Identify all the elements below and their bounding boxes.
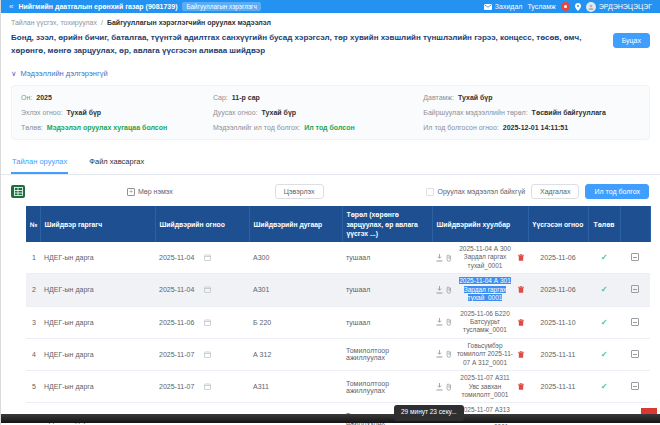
field-frequency: Давтамж: Тухай бүр [423, 94, 640, 101]
download-button[interactable] [436, 350, 443, 358]
details-accordion-header[interactable]: ∨ Мэдээллийн дэлгэрэнгүй [1, 57, 660, 78]
file-name-selected[interactable]: 2025-11-04 А 301 Зардал гаргах тухай_000… [455, 277, 515, 302]
paperclip-icon [446, 286, 452, 294]
download-icon [436, 318, 443, 326]
breadcrumb-parent[interactable]: Тайлан үүсгэх, тохируулах [11, 19, 97, 26]
calendar-icon [204, 383, 211, 390]
download-button[interactable] [436, 286, 443, 294]
delete-file-button[interactable] [518, 286, 524, 293]
archive-button[interactable] [631, 253, 639, 261]
archive-button[interactable] [631, 350, 639, 358]
decision-number-cell[interactable]: А311 [249, 371, 342, 403]
archive-button[interactable] [631, 382, 639, 390]
role-badge: Байгууллагын хэрэглэгч [182, 2, 260, 11]
trash-icon [518, 351, 524, 358]
paperclip-icon [446, 318, 452, 326]
delete-file-button[interactable] [518, 319, 524, 326]
decision-maker-cell[interactable]: НДЕГ-ын дарга [40, 274, 155, 306]
decision-date-cell[interactable]: 2025-11-04 [159, 286, 245, 293]
excel-export-button[interactable] [11, 185, 25, 198]
add-row-label: Мөр нэмэх [138, 188, 173, 195]
decision-number-cell[interactable]: А 312 [249, 338, 342, 370]
page-title: Бонд, зээл, өрийн бичиг, баталгаа, түүнт… [11, 31, 605, 57]
file-name[interactable]: Говьсүмбэр томилолт 2025-11-07 А 312_000… [455, 342, 515, 367]
table-header-row: № Шийдвэр гаргагч Шийдвэрийн огноо Шийдв… [26, 206, 650, 242]
file-name[interactable]: 2025-11-04 А 300 Зардал гаргах тухай_000… [455, 245, 515, 270]
decision-maker-cell[interactable]: НДЕГ-ын дарга [40, 306, 155, 338]
check-icon: ✓ [601, 253, 608, 262]
decision-date-cell[interactable]: 2025-11-06 [159, 319, 245, 326]
save-button[interactable]: Хадгалах [531, 184, 579, 199]
table-row: 5 НДЕГ-ын дарга 2025-11-07 А311 Томилолт… [26, 371, 650, 403]
sidebar-collapse-icon[interactable]: « [9, 2, 13, 11]
notification-icon[interactable] [561, 2, 570, 11]
type-cell[interactable]: Томилолтоор ажиллуулах [342, 371, 432, 403]
breadcrumb-separator: / [101, 19, 103, 26]
location-pin-icon[interactable] [575, 3, 581, 11]
breadcrumb: Тайлан үүсгэх, тохируулах / Байгууллагын… [1, 13, 660, 26]
decision-number-cell[interactable]: А300 [249, 242, 342, 274]
table-row: 2 НДЕГ-ын дарга 2025-11-04 А301 тушаал 2… [26, 274, 650, 306]
col-no: № [26, 206, 40, 242]
field-status: Төлөв: Мэдээлэл оруулах хугацаа болсон [21, 124, 213, 131]
help-label: Тусламж [527, 3, 555, 10]
col-decision-date: Шийдвэрийн огноо [155, 206, 249, 242]
no-data-checkbox[interactable] [426, 188, 434, 196]
download-icon [436, 286, 443, 294]
delete-file-button[interactable] [518, 254, 524, 261]
decision-date-cell[interactable]: 2025-11-04 [159, 254, 245, 261]
field-publish-status: Мэдээллийг ил тод болгох: Ил тод болсон [213, 124, 423, 131]
file-cell: 2025-11-07 А311 Увс завхан томилолт_0001 [436, 374, 524, 399]
calendar-icon [204, 319, 211, 326]
breadcrumb-current: Байгууллагын хэрэглэгчийн оруулах мэдээл… [107, 19, 271, 26]
download-button[interactable] [436, 318, 443, 326]
download-button[interactable] [436, 254, 443, 262]
field-published-date: Ил тод болгосон огноо: 2025-12-01 14:11:… [423, 124, 640, 131]
mail-link[interactable]: Захидал [484, 3, 523, 10]
tab-attach-file[interactable]: Файл хавсаргах [88, 152, 145, 174]
session-timer-tooltip: 29 минут 23 секу... [394, 405, 464, 421]
archive-box-icon [631, 350, 639, 358]
type-cell[interactable]: тушаал [342, 306, 432, 338]
field-end-date: Дуусах огноо: Тухай бүр [213, 109, 423, 116]
title-row: Бонд, зээл, өрийн бичиг, баталгаа, түүнт… [1, 26, 660, 57]
download-button[interactable] [436, 383, 443, 391]
type-cell[interactable]: Томилолтоор ажиллуулах [342, 338, 432, 370]
delete-file-button[interactable] [518, 351, 524, 358]
archive-button[interactable] [631, 285, 639, 293]
col-decision-copy: Шийдвэрийн хуулбар [432, 206, 528, 242]
decision-maker-cell[interactable]: НДЕГ-ын дарга [40, 338, 155, 370]
publish-button[interactable]: Ил тод болгох [585, 184, 649, 199]
no-data-checkbox-wrap: Оруулах мэдээлэл байхгүй [426, 188, 526, 196]
clear-button[interactable]: Цэвэрлэх [275, 184, 324, 199]
decision-number-cell[interactable]: А301 [249, 274, 342, 306]
archive-button[interactable] [631, 318, 639, 326]
add-row-button[interactable]: + Мөр нэмэх [127, 188, 173, 196]
paperclip-icon [446, 350, 452, 358]
plus-icon: + [127, 188, 135, 196]
app-window: « Нийгмийн даатгалын ерөнхий газар (9081… [0, 0, 660, 425]
type-cell[interactable]: тушаал [342, 242, 432, 274]
topbar: « Нийгмийн даатгалын ерөнхий газар (9081… [1, 0, 660, 13]
decision-number-cell[interactable]: Б 220 [249, 306, 342, 338]
help-link[interactable]: Тусламж [527, 3, 555, 10]
check-icon: ✓ [601, 285, 608, 294]
archive-box-icon [631, 253, 639, 261]
decision-date-cell[interactable]: 2025-11-07 [159, 351, 245, 358]
file-name[interactable]: 2025-11-06 Б220 Батсуурьт тусламж_0001 [455, 310, 515, 335]
tab-report-input[interactable]: Тайлан оруулах [11, 152, 68, 174]
created-date-cell: 2025-11-11 [528, 371, 588, 403]
file-name[interactable]: 2025-11-07 А311 Увс завхан томилолт_0001 [455, 374, 515, 399]
delete-file-button[interactable] [518, 383, 524, 390]
decision-maker-cell[interactable]: НДЕГ-ын дарга [40, 371, 155, 403]
user-menu[interactable]: ЭРДЭНЭЦЭЦЭГ [586, 2, 652, 12]
col-status: Төлөв [588, 206, 620, 242]
decision-date-cell[interactable]: 2025-11-07 [159, 383, 245, 390]
back-button[interactable]: Буцах [613, 33, 650, 48]
col-decision-number: Шийдвэрийн дугаар [249, 206, 342, 242]
type-cell[interactable]: тушаал [342, 274, 432, 306]
username: ЭРДЭНЭЦЭЦЭГ [599, 3, 652, 10]
col-created-date: Үүсгэсэн огноо [528, 206, 588, 242]
decisions-table: № Шийдвэр гаргагч Шийдвэрийн огноо Шийдв… [26, 206, 651, 425]
decision-maker-cell[interactable]: НДЕГ-ын дарга [40, 242, 155, 274]
